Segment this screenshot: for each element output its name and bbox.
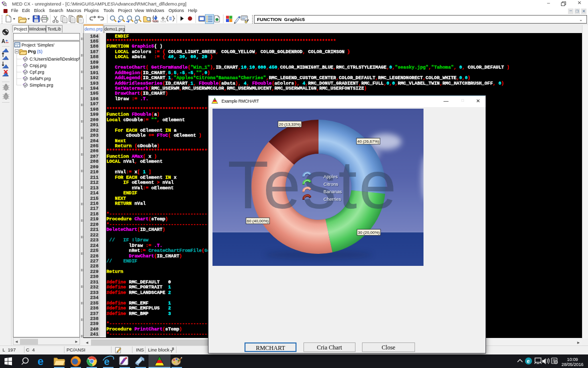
svg-text:Teste: Teste [228, 147, 398, 223]
svg-text:e: e [38, 355, 44, 367]
svg-text:SefaPr.prg: SefaPr.prg [30, 76, 51, 81]
svg-text:(5): (5) [37, 49, 42, 54]
svg-text:NUM: NUM [160, 20, 166, 23]
svg-text:Citrons: Citrons [324, 182, 338, 187]
svg-text:Project 'Simples': Project 'Simples' [22, 43, 54, 48]
svg-text:Cherries: Cherries [324, 197, 341, 202]
svg-text:20 (13,33%): 20 (13,33%) [279, 122, 301, 127]
svg-text:Simples.prg: Simples.prg [30, 83, 54, 88]
svg-text:e: e [527, 358, 530, 364]
svg-text:Bananas: Bananas [324, 189, 342, 194]
svg-text:28/05/2016: 28/05/2016 [562, 362, 584, 367]
svg-text:60 (40,00%): 60 (40,00%) [247, 219, 269, 223]
svg-text:Cpf.prg: Cpf.prg [30, 70, 44, 75]
svg-text:A: A [2, 39, 5, 44]
svg-text:NUM: NUM [153, 20, 158, 23]
svg-text:C:\Users\Daniel\Desktop\: C:\Users\Daniel\Desktop\ [30, 57, 80, 62]
svg-text:Cnpj.prg: Cnpj.prg [30, 63, 46, 68]
svg-text:40 (26,67%): 40 (26,67%) [358, 139, 380, 144]
svg-text:Apples: Apples [324, 174, 338, 179]
svg-text:10:09: 10:09 [567, 357, 578, 362]
svg-text:Prg: Prg [28, 49, 36, 54]
svg-text:30 (20,00%): 30 (20,00%) [358, 230, 380, 235]
